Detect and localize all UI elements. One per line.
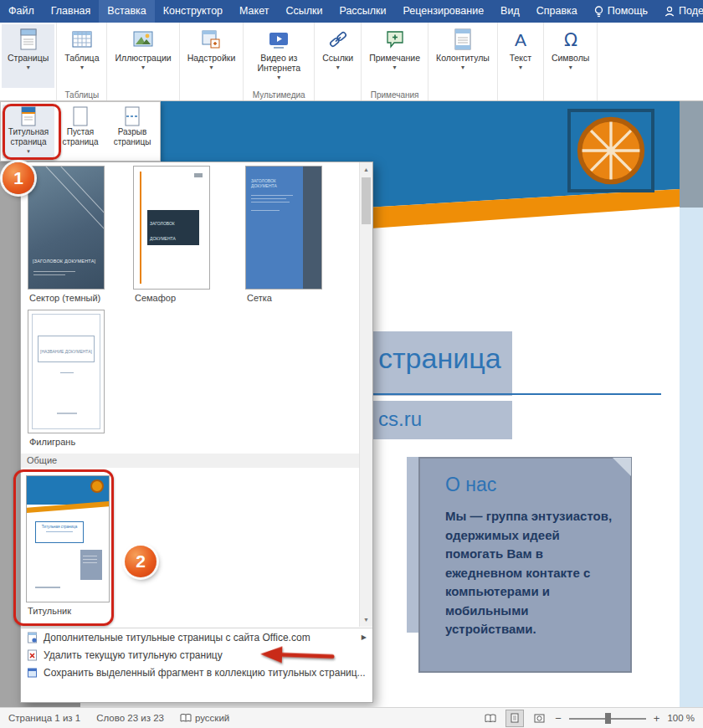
scrollbar-thumb[interactable] — [362, 177, 371, 224]
status-bar: Страница 1 из 1 Слово 23 из 23 русский − — [0, 707, 703, 728]
scroll-up-icon[interactable]: ▲ — [360, 163, 372, 176]
cover-heading-text: страница — [378, 342, 501, 375]
more-cover-pages-menu-item[interactable]: Дополнительные титульные страницы с сайт… — [21, 628, 372, 646]
cover-page-gallery: [ЗАГОЛОВОК ДОКУМЕНТА] Сектор (темный) ЗА… — [20, 161, 373, 703]
share-button[interactable]: Поделиться — [656, 0, 703, 23]
tab-help[interactable]: Справка — [528, 0, 586, 23]
cover-thumbnail-grid[interactable]: ЗАГОЛОВОК ДОКУМЕНТА — [245, 166, 322, 290]
tab-insert[interactable]: Вставка — [99, 0, 154, 23]
gallery-cell: [НАЗВАНИЕ ДОКУМЕНТА] Филигрань — [28, 310, 105, 447]
headerfooter-button[interactable]: Колонтитулы ▾ — [430, 24, 495, 88]
symbols-button[interactable]: Ω Символы ▾ — [546, 24, 595, 88]
comment-button-label: Примечание — [369, 53, 420, 63]
gallery-cell: [ЗАГОЛОВОК ДОКУМЕНТА] Сектор (темный) — [28, 166, 105, 303]
ribbon-group-symbols: Ω Символы ▾ — [544, 23, 598, 100]
orange-slice-logo — [575, 115, 647, 187]
ribbon-group-headerfooter: Колонтитулы ▾ — [428, 23, 498, 100]
cover-thumbnail-filigree[interactable]: [НАЗВАНИЕ ДОКУМЕНТА] — [28, 310, 105, 433]
tell-me-label: Помощь — [608, 0, 648, 23]
illustrations-button[interactable]: Иллюстрации ▾ — [109, 24, 177, 88]
ribbon-group-media: Видео из Интернета ▾ Мультимедиа — [244, 23, 315, 100]
cover-link-text: cs.ru — [378, 408, 422, 431]
word-count-status[interactable]: Слово 23 из 23 — [96, 713, 164, 723]
comment-button[interactable]: Примечание ▾ — [363, 24, 426, 88]
zoom-slider[interactable] — [569, 712, 646, 725]
text-button[interactable]: А Текст ▾ — [500, 24, 541, 88]
group-label-tables: Таблицы — [57, 90, 106, 100]
ribbon-group-comments: Примечание ▾ Примечания — [362, 23, 428, 100]
cover-thumbnail-titulnik[interactable]: Титульная страница — [26, 475, 110, 602]
word-window: Файл Главная Вставка Конструктор Макет С… — [0, 0, 703, 728]
page-break-icon — [123, 106, 141, 126]
page-right-margin-top — [680, 101, 703, 208]
pages-button[interactable]: Страницы ▾ — [2, 24, 54, 88]
print-layout-button[interactable] — [506, 710, 523, 726]
about-side-strip — [407, 457, 418, 633]
tab-file[interactable]: Файл — [0, 0, 43, 23]
tab-references[interactable]: Ссылки — [277, 0, 331, 23]
tab-home[interactable]: Главная — [43, 0, 100, 23]
language-label: русский — [195, 713, 229, 723]
svg-text:Ω: Ω — [564, 30, 577, 50]
ribbon-group-text: А Текст ▾ — [498, 23, 544, 100]
illustrations-icon — [131, 28, 155, 51]
links-button[interactable]: Ссылки ▾ — [316, 24, 359, 88]
tab-design[interactable]: Конструктор — [155, 0, 231, 23]
cover-thumbnail-semaphore[interactable]: ЗАГОЛОВОК ДОКУМЕНТА — [133, 166, 210, 290]
addins-button[interactable]: Надстройки ▾ — [182, 24, 242, 88]
save-selection-menu-item[interactable]: Сохранить выделенный фрагмент в коллекци… — [21, 664, 372, 681]
ribbon-tab-bar: Файл Главная Вставка Конструктор Макет С… — [0, 0, 703, 23]
tab-mailings[interactable]: Рассылки — [331, 0, 394, 23]
about-heading: О нас — [445, 474, 496, 496]
pages-flyout: Титульная страница ▾ Пустая страница Раз… — [0, 101, 161, 161]
ribbon: Страницы ▾ Таблица ▾ Таблицы Иллюстрации… — [0, 23, 703, 101]
online-video-button[interactable]: Видео из Интернета ▾ — [245, 24, 312, 88]
tab-review[interactable]: Рецензирование — [395, 0, 493, 23]
zoom-level[interactable]: 100 % — [667, 713, 695, 723]
cover-name-label: Филигрань — [28, 437, 105, 447]
cover-name-label: Титульник — [26, 606, 110, 616]
save-to-gallery-icon — [27, 667, 38, 679]
dropdown-chevron-icon: ▾ — [27, 64, 30, 71]
pages-button-label: Страницы — [8, 53, 49, 63]
ribbon-group-pages: Страницы ▾ — [0, 23, 57, 100]
read-mode-button[interactable] — [482, 710, 499, 726]
zoom-out-button[interactable]: − — [555, 712, 562, 725]
tab-view[interactable]: Вид — [492, 0, 528, 23]
language-status[interactable]: русский — [180, 713, 229, 723]
tell-me-button[interactable]: Помощь — [586, 0, 656, 23]
cover-page-icon — [19, 106, 38, 126]
illustrations-button-label: Иллюстрации — [115, 53, 171, 63]
remove-cover-page-menu-item[interactable]: Удалить текущую титульную страницу — [21, 646, 372, 664]
ribbon-group-tables: Таблица ▾ Таблицы — [57, 23, 107, 100]
tab-layout[interactable]: Макет — [231, 0, 277, 23]
submenu-arrow-icon: ▶ — [362, 633, 367, 641]
decor-box: Титульная страница — [35, 521, 84, 543]
cover-name-label: Сектор (темный) — [28, 293, 105, 303]
gallery-menu: Дополнительные титульные страницы с сайт… — [21, 628, 372, 681]
page-break-button[interactable]: Разрыв страницы — [106, 105, 158, 158]
dropdown-chevron-icon: ▾ — [569, 64, 572, 71]
zoom-slider-thumb[interactable] — [605, 713, 611, 724]
zoom-in-button[interactable]: + — [654, 712, 660, 725]
about-panel: О нас Мы — группа энтузиастов, одержимых… — [418, 457, 632, 673]
dropdown-chevron-icon: ▾ — [461, 64, 464, 71]
cover-name-label: Семафор — [133, 293, 210, 303]
page-number-status[interactable]: Страница 1 из 1 — [8, 713, 80, 723]
decor-box: [НАЗВАНИЕ ДОКУМЕНТА] — [38, 336, 95, 362]
cover-thumbnail-sector[interactable]: [ЗАГОЛОВОК ДОКУМЕНТА] — [28, 166, 105, 290]
scroll-down-icon[interactable]: ▼ — [360, 613, 372, 626]
cover-page-button[interactable]: Титульная страница ▾ — [3, 105, 54, 158]
gallery-scrollbar[interactable]: ▲ ▼ — [359, 162, 372, 627]
table-button[interactable]: Таблица ▾ — [59, 24, 105, 88]
text-icon: А — [510, 28, 531, 51]
orange-logo-frame — [567, 109, 654, 192]
dropdown-chevron-icon: ▾ — [141, 64, 145, 71]
blank-page-button[interactable]: Пустая страница — [54, 105, 106, 158]
gallery-cell: ЗАГОЛОВОК ДОКУМЕНТА Сетка — [245, 166, 322, 303]
remove-cover-page-label: Удалить текущую титульную страницу — [44, 649, 223, 661]
web-layout-button[interactable] — [531, 710, 547, 726]
decor-box: ЗАГОЛОВОК ДОКУМЕНТА — [147, 210, 199, 245]
dropdown-chevron-icon: ▾ — [336, 64, 340, 71]
share-label: Поделиться — [679, 0, 703, 23]
